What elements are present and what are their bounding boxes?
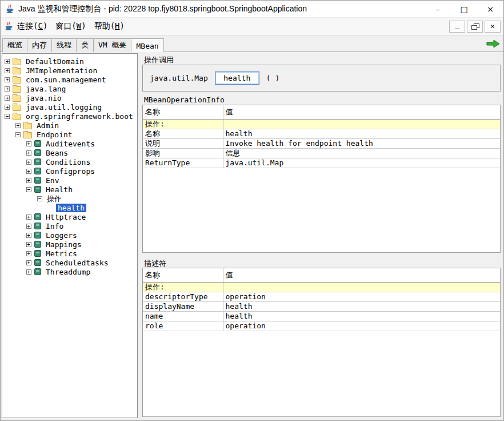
tree-node-label: JMImplementation [24,66,99,75]
tree-node[interactable]: JMImplementation [2,66,137,75]
descriptor-cell-value [223,283,500,292]
tree-node[interactable]: Env [2,176,137,185]
collapse-toggle-icon[interactable] [15,132,21,137]
operation-info-row[interactable]: 说明Invoke health for endpoint health [143,139,500,149]
tree-node[interactable]: Conditions [2,157,137,166]
close-button[interactable]: × [477,1,503,17]
tabs: 概览内存线程类VM 概要MBean [2,38,163,52]
collapse-toggle-icon[interactable] [5,114,10,119]
expand-toggle-icon[interactable] [5,77,10,82]
java-logo-icon [4,22,13,31]
tree-node[interactable]: Health [2,185,137,194]
mbean-icon [34,259,41,266]
tab-classes[interactable]: 类 [76,38,94,52]
tree-node[interactable]: java.lang [2,84,137,93]
expand-toggle-icon[interactable] [26,260,31,265]
operation-info-row[interactable]: 操作: [143,120,500,129]
tree-node[interactable]: Loggers [2,231,137,240]
expand-toggle-icon[interactable] [26,160,31,165]
tree-node[interactable]: Scheduledtasks [2,258,137,267]
operation-invoke-box: java.util.Map health ( ) [142,65,501,92]
descriptor-row[interactable]: roleoperation [143,321,500,331]
descriptor-row[interactable]: displayNamehealth [143,302,500,312]
tree-node-label: Httptrace [44,213,87,221]
tree-node-label: java.lang [24,85,67,93]
expand-toggle-icon[interactable] [5,68,10,73]
operation-info-row[interactable]: ReturnTypejava.util.Map [143,158,500,168]
folder-icon [13,77,21,84]
window-controls: –□× [425,1,503,17]
tree-node[interactable]: Mappings [2,240,137,249]
tree-node-label: Beans [44,149,70,157]
tree-node[interactable]: DefaultDomain [2,57,137,66]
expand-toggle-icon[interactable] [5,105,10,110]
operation-info-cell-name: 操作: [143,120,223,129]
menu-item-connection[interactable]: 连接(C) [13,19,51,33]
folder-icon [13,105,21,111]
tab-mbean[interactable]: MBean [131,38,163,52]
maximize-button[interactable]: □ [451,1,477,17]
expand-toggle-icon[interactable] [26,224,31,229]
expand-toggle-icon[interactable] [26,150,31,156]
collapse-toggle-icon[interactable] [26,187,31,192]
mbean-icon [34,213,41,220]
tab-memory[interactable]: 内存 [27,38,52,52]
tree-node[interactable]: java.util.logging [2,102,137,112]
operation-info-column-header: 值 [223,105,500,120]
expand-toggle-icon[interactable] [26,141,31,146]
expand-toggle-icon[interactable] [26,251,31,256]
expand-toggle-icon[interactable] [15,123,21,128]
expand-toggle-icon[interactable] [5,86,10,92]
tree-node[interactable]: 操作 [2,194,137,203]
tree-node-label: Admin [35,121,61,130]
descriptor-row[interactable]: descriptorTypeoperation [143,292,500,302]
operation-info-cell-name: 名称 [143,129,223,139]
tree-node[interactable]: com.sun.management [2,75,137,84]
tree-node[interactable]: Httptrace [2,212,137,221]
tree-node[interactable]: java.nio [2,93,137,102]
invoke-health-button[interactable]: health [215,72,259,85]
tab-overview[interactable]: 概览 [2,38,27,52]
expand-toggle-icon[interactable] [26,178,31,183]
expand-toggle-icon[interactable] [26,233,31,238]
mdi-restore-button[interactable] [467,21,483,33]
descriptor-column-header: 值 [223,268,500,283]
expand-toggle-icon[interactable] [26,242,31,247]
collapse-toggle-icon[interactable] [37,196,42,201]
descriptor-row[interactable]: 操作: [143,283,500,292]
expand-toggle-icon[interactable] [26,269,31,275]
tree-node[interactable]: Auditevents [2,139,137,148]
tree-node[interactable]: Metrics [2,249,137,258]
tree-node[interactable]: Info [2,221,137,231]
tree-node[interactable]: Endpoint [2,130,137,139]
tree-node[interactable]: health [2,203,137,212]
tree-node[interactable]: Configprops [2,166,137,176]
expand-toggle-icon[interactable] [26,215,31,220]
connection-status-green-arrow-icon [486,39,500,50]
operation-info-cell-value: java.util.Map [223,158,500,168]
menu-item-window[interactable]: 窗口(W) [51,19,90,33]
tab-vm-summary[interactable]: VM 概要 [93,38,131,52]
tree-node[interactable]: Threaddump [2,267,137,276]
expand-toggle-icon[interactable] [26,169,31,174]
descriptor-row[interactable]: namehealth [143,312,500,321]
mdi-close-button[interactable]: × [485,21,501,33]
operation-info-row[interactable]: 名称health [143,129,500,139]
tree-node-label: 操作 [45,194,63,203]
expand-toggle-icon[interactable] [5,59,10,64]
mdi-minimize-button[interactable] [449,21,465,33]
operation-return-type: java.util.Map [150,74,208,82]
mbean-icon [34,149,41,156]
operation-info-cell-value [223,120,500,129]
menu-item-help[interactable]: 帮助(H) [90,19,129,33]
tab-threads[interactable]: 线程 [51,38,77,52]
expand-toggle-icon[interactable] [5,96,10,101]
tree-node[interactable]: Beans [2,148,137,157]
tree-node[interactable]: Admin [2,121,137,130]
tree-node-label: Threaddump [44,268,92,276]
folder-icon [13,59,21,65]
operation-info-row[interactable]: 影响信息 [143,149,500,158]
folder-icon [13,114,21,120]
tree-node[interactable]: org.springframework.boot [2,112,137,121]
minimize-button[interactable]: – [425,1,451,17]
